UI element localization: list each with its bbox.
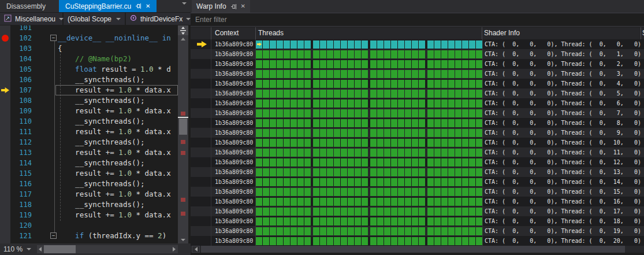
thread-square[interactable] [320, 237, 326, 245]
thread-square[interactable] [462, 149, 468, 157]
thread-square[interactable] [327, 80, 333, 88]
thread-square[interactable] [455, 50, 461, 58]
thread-square[interactable] [334, 227, 340, 235]
thread-square[interactable] [434, 149, 441, 157]
column-header-threads[interactable]: Threads [256, 27, 482, 39]
thread-square[interactable] [434, 129, 441, 137]
thread-square[interactable] [398, 50, 404, 58]
thread-square[interactable] [448, 178, 455, 186]
fold-collapse-toggle[interactable]: − [50, 35, 57, 41]
thread-square[interactable] [405, 149, 411, 157]
thread-square[interactable] [355, 208, 361, 216]
thread-square[interactable] [434, 139, 441, 147]
thread-square[interactable] [297, 149, 304, 157]
thread-square[interactable] [434, 70, 441, 78]
thread-square[interactable] [419, 40, 425, 49]
thread-square[interactable] [277, 60, 283, 68]
thread-square[interactable] [270, 60, 276, 68]
thread-square[interactable] [427, 217, 434, 226]
thread-square[interactable] [313, 149, 319, 157]
thread-square[interactable] [469, 70, 475, 78]
thread-square[interactable] [455, 158, 461, 167]
thread-square[interactable] [476, 40, 482, 49]
thread-square[interactable] [284, 227, 290, 235]
thread-square[interactable] [341, 50, 347, 58]
thread-square[interactable] [256, 40, 262, 49]
thread-square[interactable] [304, 168, 311, 176]
thread-square[interactable] [297, 217, 304, 226]
thread-square[interactable] [448, 237, 455, 245]
thread-square[interactable] [284, 40, 290, 49]
thread-square[interactable] [370, 198, 377, 206]
thread-square[interactable] [348, 178, 354, 186]
thread-square[interactable] [291, 217, 297, 226]
thread-square[interactable] [313, 227, 319, 235]
thread-square[interactable] [462, 198, 468, 206]
thread-square[interactable] [398, 158, 404, 167]
thread-square[interactable] [297, 198, 304, 206]
tab-custeppingbarrier[interactable]: CuSteppingBarrier.cu ✕ [59, 0, 157, 12]
thread-square[interactable] [304, 60, 311, 68]
thread-square[interactable] [355, 99, 361, 108]
thread-square[interactable] [391, 90, 397, 98]
thread-square[interactable] [277, 188, 283, 196]
thread-square[interactable] [384, 178, 390, 186]
thread-square[interactable] [334, 99, 340, 108]
thread-square[interactable] [362, 60, 368, 68]
scroll-left-arrow-icon[interactable] [192, 246, 200, 253]
warp-row-17[interactable]: 1b36a809c80CTA: ( 0, 0, 0), Thread: ( 0,… [191, 206, 644, 216]
thread-square[interactable] [391, 50, 397, 58]
thread-square[interactable] [270, 119, 276, 127]
thread-square[interactable] [448, 80, 455, 88]
thread-square[interactable] [313, 40, 319, 49]
thread-square[interactable] [441, 119, 448, 127]
thread-square[interactable] [263, 40, 269, 49]
code-line-101[interactable]: 101 [0, 25, 191, 33]
thread-square[interactable] [398, 178, 404, 186]
thread-square[interactable] [427, 70, 434, 78]
thread-square[interactable] [256, 237, 262, 245]
thread-square[interactable] [405, 70, 411, 78]
thread-square[interactable] [291, 70, 297, 78]
thread-square[interactable] [398, 139, 404, 147]
thread-square[interactable] [427, 60, 434, 68]
thread-square[interactable] [277, 139, 283, 147]
thread-square[interactable] [412, 90, 418, 98]
thread-square[interactable] [419, 208, 425, 216]
thread-square[interactable] [455, 70, 461, 78]
thread-square[interactable] [263, 168, 269, 176]
thread-square[interactable] [348, 40, 354, 49]
thread-square[interactable] [384, 129, 390, 137]
thread-square[interactable] [405, 158, 411, 167]
thread-square[interactable] [462, 40, 468, 49]
warp-row-20[interactable]: 1b36a809c80CTA: ( 0, 0, 0), Thread: ( 0,… [191, 236, 644, 246]
thread-square[interactable] [355, 50, 361, 58]
thread-square[interactable] [297, 70, 304, 78]
thread-square[interactable] [384, 99, 390, 108]
thread-square[interactable] [284, 168, 290, 176]
thread-square[interactable] [284, 109, 290, 117]
code-line-113[interactable]: 113 result += 1.0 * data.x [0, 147, 191, 158]
thread-square[interactable] [455, 217, 461, 226]
thread-square[interactable] [362, 139, 368, 147]
thread-square[interactable] [476, 198, 482, 206]
thread-square[interactable] [455, 198, 461, 206]
scroll-down-arrow-icon[interactable] [181, 239, 185, 241]
thread-square[interactable] [327, 188, 333, 196]
thread-square[interactable] [304, 99, 311, 108]
thread-square[interactable] [469, 208, 475, 216]
thread-square[interactable] [291, 119, 297, 127]
thread-square[interactable] [419, 109, 425, 117]
thread-square[interactable] [398, 119, 404, 127]
thread-square[interactable] [362, 99, 368, 108]
scrollbar-thumb[interactable] [179, 119, 187, 135]
column-header-clipped[interactable]: S [641, 27, 644, 39]
code-line-117[interactable]: 117 result += 1.0 * data.x [0, 189, 191, 199]
thread-square[interactable] [448, 168, 455, 176]
thread-square[interactable] [277, 198, 283, 206]
thread-square[interactable] [297, 158, 304, 167]
thread-square[interactable] [412, 60, 418, 68]
thread-square[interactable] [398, 217, 404, 226]
thread-square[interactable] [362, 188, 368, 196]
thread-square[interactable] [412, 149, 418, 157]
